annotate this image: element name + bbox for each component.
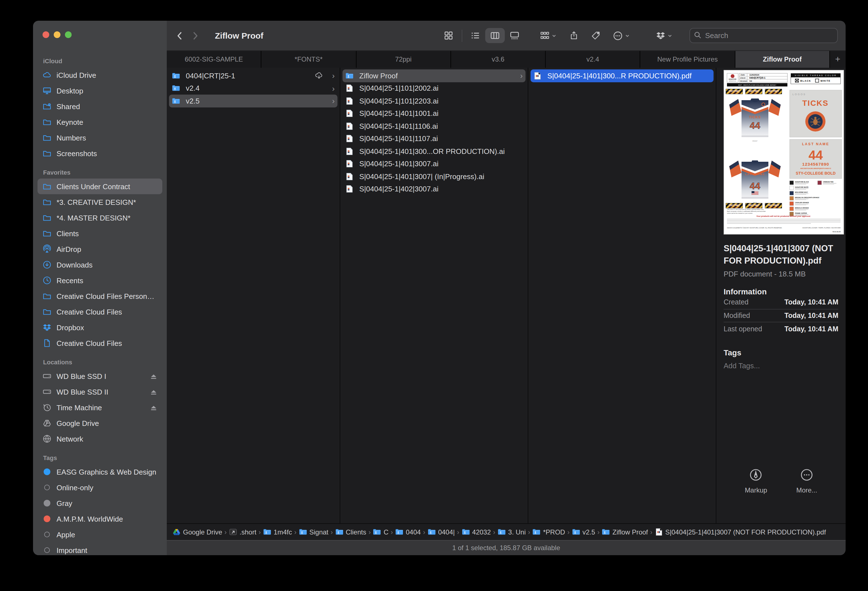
- file-row-s-0404-25-1-402-3007-ai[interactable]: S|0404|25-1|402|3007.ai: [342, 183, 526, 195]
- file-row-s-0404-25-1-401-1001-ai[interactable]: S|0404|25-1|401|1001.ai: [342, 107, 526, 120]
- file-row-s-0404-25-1-401-3007-ai[interactable]: S|0404|25-1|401|3007.ai: [342, 158, 526, 170]
- minimize-button[interactable]: [54, 31, 61, 38]
- tab-v3-6[interactable]: v3.6: [451, 51, 546, 68]
- svg-text:NOT FOR PRODUCTION: NOT FOR PRODUCTION: [748, 93, 760, 94]
- group-button[interactable]: [540, 31, 557, 40]
- sidebar-item-shared[interactable]: Shared: [37, 99, 162, 114]
- sidebar-item-airdrop[interactable]: AirDrop: [37, 241, 162, 257]
- file-row-s-0404-25-1-401-1106-ai[interactable]: S|0404|25-1|401|1106.ai: [342, 120, 526, 132]
- tab-6002-sig-sample[interactable]: 6002-SIG-SAMPLE: [167, 51, 261, 68]
- breadcrumb-prod[interactable]: *PROD: [533, 528, 565, 536]
- more-button[interactable]: [613, 31, 630, 41]
- icon-view-button[interactable]: [439, 28, 458, 43]
- file-row-ziflow-proof[interactable]: Ziflow Proof›: [342, 69, 526, 82]
- sidebar-item-a-m-p-m-worldwide[interactable]: A.M.P.M. WorldWide: [37, 511, 162, 527]
- breadcrumb-1m4fc[interactable]: 1m4fc: [263, 528, 292, 536]
- new-tab-button[interactable]: +: [830, 51, 846, 68]
- tab-new-profile-pictures[interactable]: New Profile Pictures: [641, 51, 735, 68]
- sidebar-item-label: Clients: [56, 229, 158, 238]
- forward-button[interactable]: [190, 31, 200, 41]
- tab-v2-4[interactable]: v2.4: [546, 51, 641, 68]
- sidebar-item-wd-blue-ssd-i[interactable]: WD Blue SSD I: [37, 368, 162, 384]
- sidebar-item-recents[interactable]: Recents: [37, 273, 162, 288]
- tab-fonts[interactable]: *FONTS*: [261, 51, 356, 68]
- preview-actions: Markup More...: [716, 468, 846, 494]
- sidebar-section-header: Locations: [37, 351, 162, 368]
- file-row-s-0404-25-1-401-300-or-production-ai[interactable]: S|0404|25-1|401|300...OR PRODUCTION).ai: [342, 145, 526, 158]
- sidebar-item-important[interactable]: Important: [37, 542, 162, 555]
- sidebar-item-keynote[interactable]: Keynote: [37, 114, 162, 130]
- close-button[interactable]: [43, 31, 49, 38]
- sidebar-item-creative-cloud-files[interactable]: Creative Cloud Files: [37, 304, 162, 319]
- back-button[interactable]: [174, 31, 185, 41]
- svg-text:DESIGN & ELEMENTS ©2023 BY SIG: DESIGN & ELEMENTS ©2023 BY SIGNATURE LOC…: [727, 227, 782, 229]
- breadcrumb-google-drive[interactable]: Google Drive: [173, 528, 222, 536]
- info-row-last-opened: Last openedToday, 10:41 AM: [723, 322, 838, 335]
- sidebar-item-4-master-design[interactable]: *4. MASTER DESIGN*: [37, 210, 162, 226]
- sidebar-item-wd-blue-ssd-ii[interactable]: WD Blue SSD II: [37, 384, 162, 400]
- dropbox-icon: [42, 323, 52, 332]
- file-row-s-0404-25-1-401-3007-in-progress-ai[interactable]: S|0404|25-1|401|3007| (In|Progress).ai: [342, 170, 526, 183]
- dropbox-button[interactable]: [656, 31, 673, 40]
- gallery-view-button[interactable]: [505, 28, 524, 43]
- toolbar: Ziflow Proof: [167, 21, 846, 51]
- breadcrumb-separator: ›: [567, 528, 570, 536]
- search-input[interactable]: [689, 28, 838, 43]
- eject-button[interactable]: [149, 372, 158, 380]
- file-row-v2-5[interactable]: v2.5›: [169, 95, 338, 107]
- sidebar-item-numbers[interactable]: Numbers: [37, 130, 162, 146]
- breadcrumb-3-uni[interactable]: 3. Uni: [497, 528, 526, 536]
- sidebar-item-clients-under-contract[interactable]: Clients Under Contract: [37, 179, 162, 194]
- svg-text:NOT FOR PRODUCTION: NOT FOR PRODUCTION: [729, 207, 740, 208]
- sidebar-item-dropbox[interactable]: Dropbox: [37, 319, 162, 335]
- breadcrumb-short[interactable]: .short: [229, 528, 256, 536]
- tab-72ppi[interactable]: 72ppi: [356, 51, 451, 68]
- breadcrumb-file[interactable]: S|0404|25-1|401|3007 (NOT FOR PRODUCTION…: [655, 528, 826, 536]
- chevron-right-icon: ›: [332, 72, 335, 80]
- sidebar-item-downloads[interactable]: Downloads: [37, 257, 162, 273]
- breadcrumb-c[interactable]: C: [373, 528, 388, 536]
- sidebar-item-3-creative-design[interactable]: *3. CREATIVE DESIGN*: [37, 194, 162, 210]
- eject-button[interactable]: [149, 403, 158, 412]
- breadcrumb-clients[interactable]: Clients: [335, 528, 366, 536]
- sidebar-item-creative-cloud-files-person[interactable]: Creative Cloud Files Person…: [37, 288, 162, 304]
- add-tags-field[interactable]: Add Tags...: [723, 361, 838, 369]
- markup-button[interactable]: Markup: [745, 468, 767, 494]
- zoom-button[interactable]: [65, 31, 72, 38]
- sidebar-item-time-machine[interactable]: Time Machine: [37, 400, 162, 415]
- sidebar-item-desktop[interactable]: Desktop: [37, 83, 162, 99]
- tag-button[interactable]: [591, 31, 601, 40]
- share-button[interactable]: [569, 31, 579, 40]
- sidebar-item-screenshots[interactable]: Screenshots: [37, 146, 162, 161]
- breadcrumb-42032[interactable]: 42032: [461, 528, 491, 536]
- eject-button[interactable]: [149, 387, 158, 396]
- breadcrumb-0404[interactable]: 0404|: [428, 528, 455, 536]
- breadcrumb-signat[interactable]: Signat: [298, 528, 328, 536]
- file-row-s-0404-25-1-101-2002-ai[interactable]: S|0404|25-1|101|2002.ai: [342, 82, 526, 95]
- file-row-v2-4[interactable]: v2.4›: [169, 82, 338, 95]
- list-view-button[interactable]: [466, 28, 485, 43]
- sidebar-item-google-drive[interactable]: Google Drive: [37, 415, 162, 431]
- sidebar-item-apple[interactable]: Apple: [37, 527, 162, 542]
- sidebar-item-network[interactable]: Network: [37, 431, 162, 446]
- sidebar-item-icloud-drive[interactable]: iCloud Drive: [37, 67, 162, 83]
- breadcrumb-0404[interactable]: 0404: [395, 528, 421, 536]
- more-actions-button[interactable]: More...: [796, 468, 817, 494]
- file-row-0404-crt-25-1[interactable]: 0404|CRT|25-1›: [169, 69, 338, 82]
- pdf-preview-thumbnail[interactable]: SIGNATURE ATHLETICS Date: 11/6/2024 Clie…: [723, 70, 844, 235]
- file-row-s-0404-25-1-401-300-r-production-pdf[interactable]: S|0404|25-1|401|300...R PRODUCTION).pdf: [530, 69, 713, 82]
- file-row-s-0404-25-1-101-2203-ai[interactable]: S|0404|25-1|101|2203.ai: [342, 95, 526, 107]
- breadcrumb-ziflow-proof[interactable]: Ziflow Proof: [602, 528, 648, 536]
- breadcrumb-v2-5[interactable]: v2.5: [572, 528, 595, 536]
- sidebar-item-gray[interactable]: Gray: [37, 495, 162, 511]
- sidebar-item-easg-graphics-web-design[interactable]: EASG Graphics & Web Design: [37, 464, 162, 480]
- sidebar-item-clients[interactable]: Clients: [37, 226, 162, 241]
- sidebar-item-creative-cloud-files[interactable]: Creative Cloud Files: [37, 335, 162, 351]
- breadcrumb-separator: ›: [650, 528, 652, 536]
- sidebar-item-label: *4. MASTER DESIGN*: [56, 214, 158, 222]
- sidebar-item-online-only[interactable]: Online-only: [37, 480, 162, 495]
- column-view-button[interactable]: [485, 28, 505, 43]
- tab-ziflow-proof[interactable]: Ziflow Proof: [735, 51, 830, 68]
- file-row-s-0404-25-1-401-1107-ai[interactable]: S|0404|25-1|401|1107.ai: [342, 132, 526, 145]
- preview-kind: PDF document - 18.5 MB: [723, 270, 838, 278]
